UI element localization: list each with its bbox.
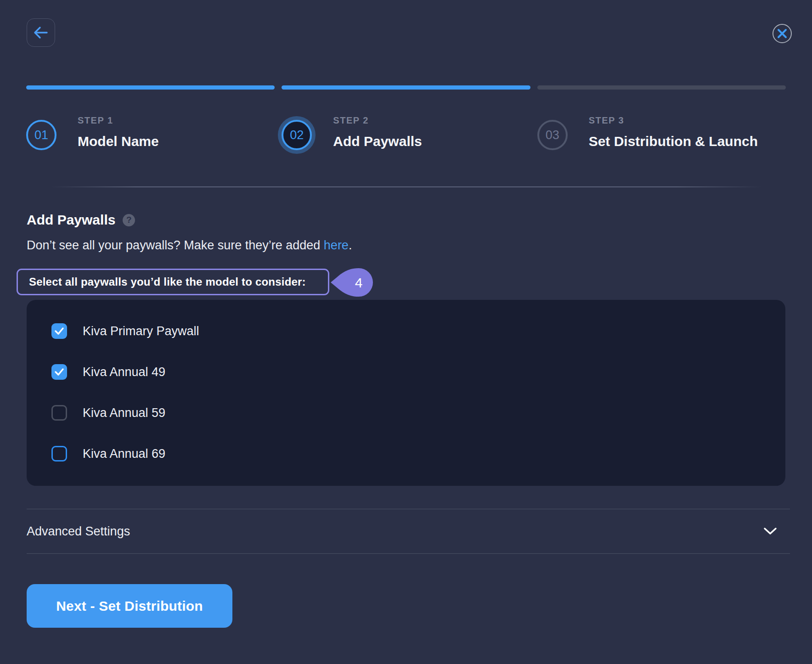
advanced-settings-toggle[interactable]: Advanced Settings (27, 509, 790, 554)
step-2: 02 STEP 2 Add Paywalls (282, 85, 530, 150)
paywall-row-kiva-annual-69[interactable]: Kiva Annual 69 (51, 446, 785, 461)
close-icon (777, 28, 787, 39)
select-paywalls-callout: Select all paywalls you’d like the model… (17, 269, 329, 295)
step-3-title: Set Distribution & Launch (589, 134, 758, 149)
step-3-progress-bar (537, 85, 786, 90)
page-title: Add Paywalls (27, 212, 115, 228)
checkbox-checked[interactable] (51, 364, 67, 380)
intro-text-main: Don’t see all your paywalls? Make sure t… (27, 238, 324, 252)
advanced-settings-label: Advanced Settings (27, 524, 130, 539)
checkbox-unchecked[interactable] (51, 405, 67, 421)
close-button[interactable] (773, 24, 792, 43)
chevron-down-icon (763, 527, 777, 535)
paywall-row-kiva-primary[interactable]: Kiva Primary Paywall (51, 323, 785, 339)
intro-text-suffix: . (349, 238, 352, 252)
step-3-label: STEP 3 (589, 115, 758, 126)
select-paywalls-label: Select all paywalls you’d like the model… (29, 276, 306, 288)
next-set-distribution-button[interactable]: Next - Set Distribution (27, 584, 232, 628)
paywall-label: Kiva Annual 59 (83, 406, 165, 420)
intro-text: Don’t see all your paywalls? Make sure t… (27, 238, 352, 253)
arrow-left-icon (32, 23, 50, 42)
paywall-label: Kiva Primary Paywall (83, 324, 199, 338)
step-1-title: Model Name (78, 134, 159, 149)
checkmark-icon (54, 366, 65, 377)
here-link[interactable]: here (324, 238, 349, 252)
paywall-row-kiva-annual-59[interactable]: Kiva Annual 59 (51, 405, 785, 421)
step-2-circle: 02 (282, 120, 312, 150)
checkbox-checked[interactable] (51, 323, 67, 339)
step-1-circle: 01 (26, 120, 56, 150)
stepper: 01 STEP 1 Model Name 02 STEP 2 Add Paywa… (26, 85, 786, 150)
annotation-badge-number: 4 (355, 275, 363, 290)
annotation-badge-4: 4 (330, 268, 376, 297)
paywall-list-panel: Kiva Primary Paywall Kiva Annual 49 Kiva… (27, 300, 785, 486)
back-button[interactable] (27, 18, 55, 47)
help-icon[interactable]: ? (123, 214, 135, 226)
step-3: 03 STEP 3 Set Distribution & Launch (537, 85, 786, 150)
step-2-title: Add Paywalls (333, 134, 422, 149)
step-1: 01 STEP 1 Model Name (26, 85, 275, 150)
step-3-circle: 03 (537, 120, 568, 150)
wizard-modal: 01 STEP 1 Model Name 02 STEP 2 Add Paywa… (0, 0, 812, 664)
step-2-progress-bar (282, 85, 530, 90)
step-1-progress-bar (26, 85, 275, 90)
step-1-label: STEP 1 (78, 115, 159, 126)
checkmark-icon (54, 326, 65, 337)
stepper-divider (51, 186, 761, 187)
paywall-row-kiva-annual-49[interactable]: Kiva Annual 49 (51, 364, 785, 380)
step-2-label: STEP 2 (333, 115, 422, 126)
checkbox-unchecked-focused[interactable] (51, 446, 67, 461)
paywall-label: Kiva Annual 49 (83, 365, 165, 379)
paywall-label: Kiva Annual 69 (83, 447, 165, 461)
